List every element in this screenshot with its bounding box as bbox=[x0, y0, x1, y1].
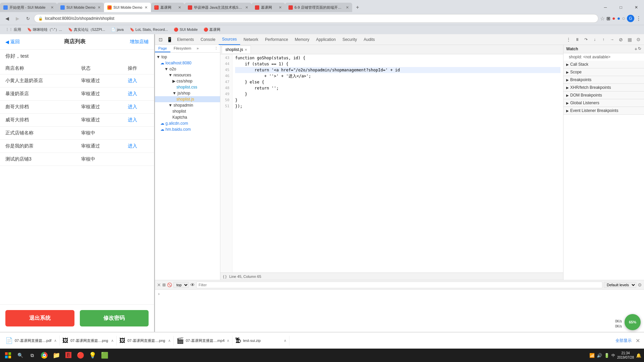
download-item-arrow[interactable]: ∧ bbox=[111, 339, 114, 343]
console-eye-icon[interactable]: 👁 bbox=[190, 282, 195, 288]
dt-tab-memory[interactable]: Memory bbox=[291, 34, 313, 45]
dt-tab-elements[interactable]: Elements bbox=[174, 34, 197, 45]
code-tab-close-icon[interactable]: ✕ bbox=[245, 48, 247, 52]
tree-item[interactable]: ▼ top bbox=[155, 54, 220, 60]
tree-item[interactable]: ▼ shopadmin bbox=[155, 102, 220, 108]
watch-refresh-icon[interactable]: ↻ bbox=[638, 46, 641, 52]
clock-display[interactable]: 21:34 2019/07/28 bbox=[617, 351, 634, 360]
tab-6-close[interactable]: ✕ bbox=[279, 5, 282, 10]
download-item[interactable]: 📄 07-墓课网直播篇....pdf ∧ bbox=[3, 336, 60, 346]
console-filter-input[interactable] bbox=[196, 282, 602, 288]
nav-reload[interactable]: ↻ bbox=[23, 14, 32, 23]
new-tab-button[interactable]: + bbox=[353, 3, 362, 12]
add-shop-button[interactable]: 增加店铺 bbox=[130, 39, 149, 45]
console-clear-icon[interactable]: 🚫 bbox=[167, 283, 172, 287]
dt-tab-security[interactable]: Security bbox=[339, 34, 360, 45]
console-close-icon[interactable]: ✕ bbox=[157, 282, 161, 288]
network-tray-icon[interactable]: 📶 bbox=[589, 353, 595, 358]
console-settings-icon[interactable]: ⚙ bbox=[638, 282, 642, 288]
dt-settings[interactable]: ⚙ bbox=[634, 35, 643, 44]
bookmark-java[interactable]: 📄 java bbox=[108, 27, 126, 33]
bookmark-star[interactable]: ☆ bbox=[600, 15, 605, 22]
console-levels-select[interactable]: Default levels bbox=[604, 282, 636, 288]
dt-deactivate[interactable]: ⊘ bbox=[616, 35, 625, 44]
extension-icon-2[interactable]: ● bbox=[612, 15, 615, 21]
dt-step-into[interactable]: ↓ bbox=[590, 35, 599, 44]
tree-item[interactable]: ▼ resources bbox=[155, 72, 220, 78]
download-item[interactable]: 🗜 test-sui.zip ∧ bbox=[232, 336, 289, 346]
tab-3-close[interactable]: ✕ bbox=[145, 5, 148, 10]
nav-back[interactable]: ◀ bbox=[3, 14, 11, 23]
dt-section-header[interactable]: ▶DOM Breakpoints bbox=[564, 92, 644, 99]
dt-section-header[interactable]: ▶Call Stack bbox=[564, 61, 644, 68]
dt-more-tabs[interactable]: ⋮ bbox=[564, 35, 573, 44]
format-icon[interactable]: { } bbox=[223, 275, 226, 279]
bookmark-lol[interactable]: 🔖 LoL Stats, Record... bbox=[127, 27, 171, 33]
input-method-icon[interactable]: 中 bbox=[611, 353, 615, 358]
volume-icon[interactable]: 🔊 bbox=[597, 353, 602, 358]
tree-item[interactable]: ☁ localhost:8080 bbox=[155, 60, 220, 66]
dt-section-header[interactable]: ▶XHR/fetch Breakpoints bbox=[564, 84, 644, 91]
tab-1-close[interactable]: ✕ bbox=[51, 5, 54, 10]
dt-step-out[interactable]: ↑ bbox=[599, 35, 608, 44]
taskbar-app-2[interactable]: 🔴 bbox=[75, 350, 86, 361]
tree-item[interactable]: Kaptcha bbox=[155, 114, 220, 120]
dt-section-header[interactable]: ▶Breakpoints bbox=[564, 76, 644, 83]
window-maximize[interactable]: □ bbox=[613, 3, 629, 12]
tree-item[interactable]: shoplist bbox=[155, 108, 220, 114]
bookmarks-apps[interactable]: ⋮⋮ 应用 bbox=[3, 26, 24, 33]
avatar-icon[interactable]: G bbox=[627, 15, 634, 22]
bookmark-mu[interactable]: 🔴 墓课网 bbox=[201, 26, 223, 33]
tree-item[interactable]: ▼ o2o bbox=[155, 66, 220, 72]
tab-page[interactable]: Page bbox=[155, 45, 170, 52]
tab-2-close[interactable]: ✕ bbox=[98, 5, 101, 10]
dt-step[interactable]: → bbox=[608, 35, 616, 44]
window-minimize[interactable]: ─ bbox=[598, 3, 613, 12]
console-icon[interactable]: ⊞ bbox=[162, 283, 166, 287]
download-item[interactable]: 🎬 07-墓课网直播篇....mp4 ∧ bbox=[174, 336, 232, 346]
notification-icon[interactable]: 🔔 bbox=[636, 353, 641, 358]
extension-icon-3[interactable]: ● bbox=[617, 15, 621, 21]
console-prompt[interactable]: › bbox=[158, 291, 641, 297]
download-item-arrow[interactable]: ∧ bbox=[227, 339, 229, 343]
logout-button[interactable]: 退出系统 bbox=[5, 310, 74, 326]
tab-7[interactable]: 6-9 店铺管理页面的前端开发... ✕ bbox=[285, 3, 352, 12]
dt-tab-audits[interactable]: Audits bbox=[360, 34, 378, 45]
shop-action[interactable]: 进入 bbox=[122, 101, 154, 114]
download-item[interactable]: 🖼 07-墓课网直播篇....png ∧ bbox=[117, 336, 174, 346]
shop-action[interactable]: 进入 bbox=[122, 140, 154, 153]
tab-3-active[interactable]: 🔴 SUI Mobile Demo ✕ bbox=[104, 3, 151, 12]
close-download-bar[interactable]: ✕ bbox=[634, 336, 641, 345]
tab-5[interactable]: 毕设神器 Java主流技术栈SSM+... ✕ bbox=[184, 3, 252, 12]
tab-2[interactable]: SUI Mobile Demo ✕ bbox=[57, 3, 104, 12]
tab-7-close[interactable]: ✕ bbox=[346, 5, 349, 10]
extension-icon-1[interactable]: ⊞ bbox=[606, 16, 610, 21]
network-badge[interactable]: 65% bbox=[625, 314, 641, 330]
tab-4-close[interactable]: ✕ bbox=[178, 5, 181, 10]
extension-icon-4[interactable]: ○ bbox=[622, 15, 625, 21]
dt-breakpoints-toggle[interactable]: ▦ bbox=[625, 35, 634, 44]
dt-tab-console[interactable]: Console bbox=[197, 34, 219, 45]
bookmark-sui[interactable]: 🔴 SUI Mobile bbox=[171, 27, 200, 33]
start-button[interactable] bbox=[3, 350, 13, 361]
dt-pause-btn[interactable]: ⏸ bbox=[573, 35, 582, 44]
download-item-arrow[interactable]: ∧ bbox=[284, 339, 286, 343]
device-icon[interactable]: 📱 bbox=[165, 35, 174, 44]
bookmark-1[interactable]: 🔖 咪咪哇哇（"-"）... bbox=[24, 26, 65, 33]
download-item-arrow[interactable]: ∧ bbox=[54, 339, 57, 343]
menu-icon[interactable]: ⋮ bbox=[636, 15, 641, 22]
tab-filesystem[interactable]: Filesystem bbox=[170, 45, 195, 52]
taskbar-app-4[interactable]: 🟩 bbox=[99, 350, 110, 361]
shop-action[interactable]: 进入 bbox=[122, 114, 154, 127]
tree-item[interactable]: ▼ js/shop bbox=[155, 90, 220, 96]
bookmark-2[interactable]: 🔖 真实论坛（52ZPI... bbox=[65, 26, 108, 33]
search-button[interactable]: 🔍 bbox=[15, 350, 25, 361]
taskbar-app-3[interactable]: 💡 bbox=[87, 350, 98, 361]
inspect-icon[interactable]: ⊡ bbox=[156, 35, 165, 44]
window-close[interactable]: ✕ bbox=[629, 3, 644, 12]
tab-5-close[interactable]: ✕ bbox=[245, 5, 248, 10]
dt-tab-performance[interactable]: Performance bbox=[262, 34, 291, 45]
tab-4[interactable]: 🔴 墓课网 ✕ bbox=[151, 3, 184, 12]
tree-item[interactable]: ☁ hm.baidu.com bbox=[155, 126, 220, 132]
shop-action[interactable]: 进入 bbox=[122, 74, 154, 87]
